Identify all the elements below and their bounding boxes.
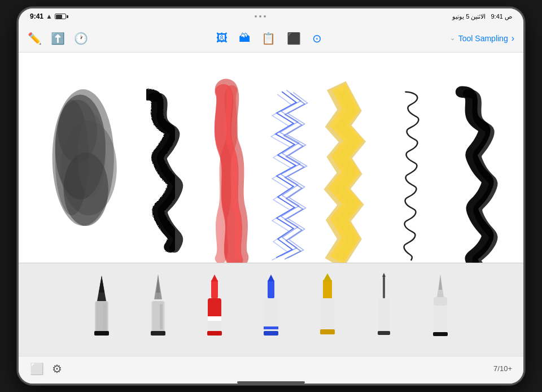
tool-fountain-pen[interactable] — [136, 270, 181, 349]
bottom-left-tools: ⬜ ⚙ — [30, 362, 62, 376]
tool-ink-brush[interactable] — [79, 270, 124, 349]
svg-point-6 — [77, 113, 106, 197]
status-left: 9:41 ▲ — [30, 12, 68, 20]
svg-rect-28 — [264, 331, 278, 336]
breadcrumb-chevron-down: ⌄ — [450, 34, 455, 42]
svg-rect-38 — [383, 276, 385, 298]
battery-icon — [55, 14, 68, 19]
clock-icon[interactable]: 🕐 — [74, 32, 88, 45]
svg-rect-22 — [208, 316, 221, 321]
tool-tray — [19, 263, 523, 356]
svg-rect-19 — [160, 304, 163, 329]
tool-fine-liner[interactable] — [361, 270, 406, 349]
layout-icon[interactable]: ⬛ — [287, 32, 301, 45]
svg-rect-15 — [151, 331, 165, 336]
svg-rect-31 — [264, 326, 278, 329]
status-center-dots — [255, 15, 266, 18]
svg-rect-23 — [207, 331, 222, 336]
home-bar — [237, 381, 305, 384]
canvas-area[interactable] — [19, 53, 523, 263]
toolbar-right: ⌄ Tool Sampling › — [450, 33, 514, 43]
sidebar-toggle-icon[interactable]: ⬜ — [30, 362, 44, 376]
time-display: 9:41 — [30, 12, 43, 20]
svg-rect-9 — [94, 331, 109, 336]
gallery-icon[interactable]: 🖼 — [216, 32, 228, 45]
ipad-frame: 9:41 ▲ ص 9:41 الاثنين 5 يونيو ✏️ ⬆️ 🕐 🖼 … — [17, 7, 525, 385]
share-icon[interactable]: ⬆️ — [51, 32, 65, 45]
share-network-icon[interactable]: ⚙ — [52, 362, 62, 376]
svg-marker-11 — [99, 276, 104, 293]
tool-blue-marker[interactable] — [248, 270, 294, 349]
svg-rect-36 — [378, 298, 390, 335]
apple-pencil-svg — [418, 270, 463, 349]
svg-rect-34 — [323, 280, 332, 298]
fountain-pen-svg — [136, 270, 181, 349]
svg-marker-39 — [382, 273, 386, 277]
svg-rect-12 — [103, 304, 106, 329]
copy-icon[interactable]: 📋 — [261, 32, 276, 45]
blue-marker-svg — [248, 270, 294, 349]
yellow-chisel-svg — [305, 270, 350, 349]
date-display: ص 9:41 الاثنين 5 يونيو — [452, 13, 512, 20]
svg-marker-30 — [268, 275, 274, 281]
toolbar-center: 🖼 🏔 📋 ⬛ ⊙ — [93, 32, 445, 45]
home-indicator — [19, 381, 523, 384]
scope-icon[interactable]: ⊙ — [312, 32, 322, 45]
breadcrumb-title[interactable]: Tool Sampling — [458, 34, 508, 43]
svg-marker-44 — [439, 275, 442, 290]
wifi-icon: ▲ — [46, 12, 53, 20]
svg-rect-42 — [433, 332, 448, 336]
red-marker-svg — [192, 270, 237, 349]
ink-brush-svg — [79, 270, 124, 349]
tool-red-marker[interactable] — [192, 270, 237, 349]
svg-marker-35 — [323, 273, 332, 281]
svg-marker-25 — [211, 275, 218, 281]
image-icon[interactable]: 🏔 — [239, 32, 250, 45]
svg-rect-29 — [268, 280, 274, 298]
fine-liner-svg — [361, 270, 406, 349]
svg-rect-41 — [434, 297, 447, 306]
svg-rect-37 — [378, 331, 390, 335]
toolbar: ✏️ ⬆️ 🕐 🖼 🏔 📋 ⬛ ⊙ ⌄ Tool Sampling › — [19, 24, 523, 53]
svg-rect-27 — [264, 298, 278, 320]
tool-yellow-chisel[interactable] — [305, 270, 350, 349]
svg-rect-24 — [211, 280, 218, 298]
status-bar: 9:41 ▲ ص 9:41 الاثنين 5 يونيو — [19, 8, 523, 24]
edit-icon[interactable]: ✏️ — [28, 32, 42, 45]
tool-apple-pencil[interactable] — [418, 270, 463, 349]
svg-rect-33 — [320, 329, 335, 334]
bottom-bar: ⬜ ⚙ 7/10+ — [19, 356, 523, 381]
toolbar-left: ✏️ ⬆️ 🕐 — [28, 32, 88, 45]
breadcrumb-forward-chevron[interactable]: › — [512, 33, 514, 43]
strokes-canvas — [19, 53, 523, 263]
zoom-indicator[interactable]: 7/10+ — [493, 364, 512, 373]
